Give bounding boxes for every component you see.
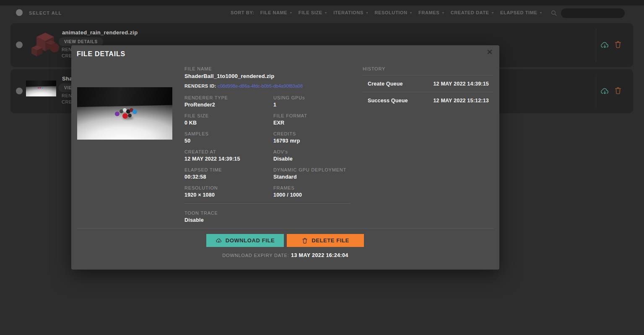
sort-by-label: SORT BY:	[231, 10, 254, 15]
divider	[596, 74, 596, 108]
row-checkbox[interactable]	[16, 42, 23, 48]
history-event-date: 12 MAY 2022 14:39:15	[433, 81, 489, 87]
delete-trash-icon	[301, 237, 308, 244]
file-name-label: FILE NAME	[184, 66, 352, 71]
divider	[596, 28, 596, 62]
sort-file-name[interactable]: FILE NAME▼	[260, 10, 293, 15]
field-value: ProRender2	[184, 102, 273, 108]
file-name-value: ShaderBall_1to1000_rendered.zip	[184, 73, 352, 79]
row-checkbox[interactable]	[16, 88, 23, 94]
history-row: Success Queue 12 MAY 2022 15:12:13	[363, 92, 493, 109]
toon-trace-label: TOON TRACE	[184, 210, 352, 216]
select-all-label[interactable]: SELECT ALL	[29, 10, 62, 16]
field-label: RESOLUTION	[184, 185, 273, 190]
history-row: Create Queue 12 MAY 2022 14:39:15	[363, 75, 493, 92]
toon-trace-value: Disable	[184, 217, 352, 223]
close-icon[interactable]: ✕	[487, 49, 493, 56]
field-label: SAMPLES	[184, 131, 273, 136]
expiry-line: DOWNLOAD EXPIRY DATE: 13 MAY 2022 16:24:…	[71, 251, 499, 259]
sort-elapsed-time[interactable]: ELAPSED TIME▼	[500, 10, 543, 15]
field-value: 1920 × 1080	[184, 192, 273, 198]
modal-title: FILE DETAILS	[77, 50, 125, 58]
renders-id-link[interactable]: c08d998e-d86a-4fdc-b0b5-db4a90f83a08	[218, 83, 303, 88]
field-value: Standard	[273, 174, 352, 180]
sort-iterations[interactable]: ITERATIONS▼	[333, 10, 369, 15]
expiry-value: 13 MAY 2022 16:24:04	[291, 252, 348, 258]
sort-arrow-icon: ▼	[491, 11, 494, 14]
field-value: 1000 / 1000	[273, 192, 352, 198]
sort-created-date[interactable]: CREATED DATE▼	[451, 10, 494, 15]
sort-arrow-icon: ▼	[289, 11, 293, 14]
details-grid: RENDERER TYPEProRender2 USING GPUs1 FILE…	[184, 95, 352, 198]
delete-file-button[interactable]: DELETE FILE	[287, 234, 364, 247]
delete-trash-icon[interactable]	[614, 40, 622, 50]
field-value: 16793 mrp	[273, 138, 352, 144]
field-label: FRAMES	[273, 185, 352, 190]
field-value: 0 KB	[184, 120, 273, 126]
render-preview	[77, 87, 172, 140]
field-value: EXR	[273, 120, 352, 126]
field-value: 00:32:58	[184, 174, 273, 180]
field-value: 1	[273, 102, 352, 108]
sort-arrow-icon: ▼	[410, 11, 413, 14]
field-label: CREDITS	[273, 131, 352, 136]
sort-arrow-icon: ▼	[325, 11, 328, 14]
download-cloud-icon[interactable]	[600, 40, 610, 50]
history-event-name: Create Queue	[368, 81, 403, 87]
download-file-button[interactable]: DOWNLOAD FILE	[206, 234, 284, 247]
file-details-modal: FILE DETAILS ✕ FILE NAME ShaderBall_1to1…	[71, 45, 499, 270]
sort-arrow-icon: ▼	[366, 11, 369, 14]
field-label: RENDERER TYPE	[184, 95, 273, 100]
field-label: AOV's	[273, 149, 352, 154]
details-column: FILE NAME ShaderBall_1to1000_rendered.zi…	[184, 66, 352, 223]
field-value: 12 MAY 2022 14:39:15	[184, 156, 273, 162]
sort-arrow-icon: ▼	[441, 11, 445, 14]
history-event-date: 12 MAY 2022 15:12:13	[433, 98, 489, 104]
view-details-button[interactable]: VIEW DETAILS	[59, 37, 103, 46]
field-label: USING GPUs	[273, 95, 352, 100]
field-label: FILE SIZE	[184, 113, 273, 118]
sort-arrow-icon: ▼	[539, 11, 543, 14]
field-label: FILE FORMAT	[273, 113, 352, 118]
sort-bar: SORT BY: FILE NAME▼ FILE SIZE▼ ITERATION…	[231, 10, 543, 15]
divider	[77, 228, 493, 229]
expiry-label: DOWNLOAD EXPIRY DATE:	[222, 253, 289, 258]
delete-trash-icon[interactable]	[614, 86, 622, 96]
select-all-checkbox[interactable]	[16, 9, 23, 16]
field-value: Disable	[273, 156, 352, 162]
history-event-name: Success Queue	[368, 98, 408, 104]
top-strip	[0, 0, 644, 5]
sort-frames[interactable]: FRAMES▼	[418, 10, 445, 15]
download-cloud-icon[interactable]	[600, 86, 610, 96]
history-title: HISTORY	[363, 66, 493, 71]
download-button-label: DOWNLOAD FILE	[226, 237, 275, 244]
search-icon[interactable]	[551, 10, 557, 16]
renders-id-label: RENDERS ID:	[184, 83, 216, 88]
sort-resolution[interactable]: RESOLUTION▼	[374, 10, 413, 15]
render-thumbnail	[26, 81, 56, 96]
history-panel: HISTORY Create Queue 12 MAY 2022 14:39:1…	[363, 66, 493, 109]
download-cloud-icon	[216, 237, 222, 244]
row-filename: animated_rain_rendered.zip	[62, 29, 138, 36]
archive-cubes-icon	[26, 26, 64, 64]
field-value: 50	[184, 138, 273, 144]
sort-file-size[interactable]: FILE SIZE▼	[299, 10, 327, 15]
renders-id-line: RENDERS ID: c08d998e-d86a-4fdc-b0b5-db4a…	[184, 83, 352, 88]
divider	[184, 203, 351, 204]
field-label: DYNAMIC GPU DEPLOYMENT	[273, 167, 352, 172]
delete-button-label: DELETE FILE	[312, 237, 349, 244]
search-input[interactable]	[561, 8, 625, 18]
field-label: ELAPSED TIME	[184, 167, 273, 172]
field-label: CREATED AT	[184, 149, 273, 154]
